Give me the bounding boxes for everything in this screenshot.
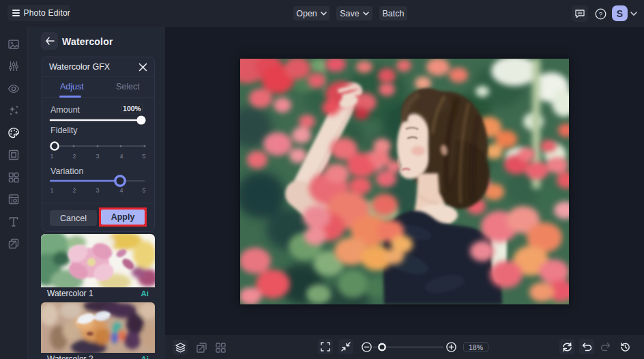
svg-text:?: ? xyxy=(598,10,602,18)
